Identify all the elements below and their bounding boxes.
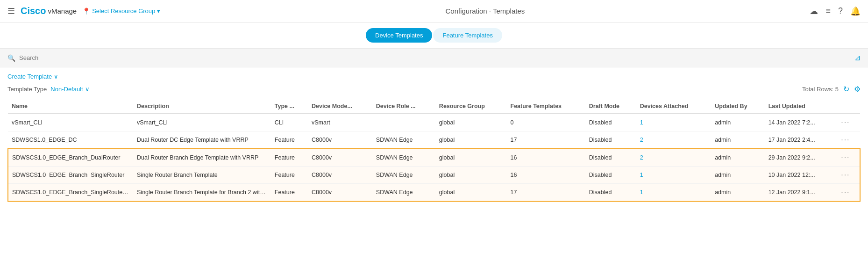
filter-row: Template Type Non-Default ∨ Total Rows: … — [7, 85, 861, 94]
cell-type: Feature — [271, 184, 308, 202]
cell-type: Feature — [271, 149, 308, 167]
cell-device-model: vSmart — [308, 114, 372, 131]
tab-device-templates[interactable]: Device Templates — [366, 28, 432, 43]
col-draft-mode: Draft Mode — [585, 99, 636, 114]
cell-feature-templates: 17 — [507, 184, 585, 202]
cell-name: SDWSCS1.0_EDGE_Branch_SingleRouter_BR2 — [8, 184, 133, 202]
total-rows-label: Total Rows: 5 — [802, 86, 839, 93]
top-nav-left: ☰ Cisco vManage 📍 Select Resource Group … — [7, 6, 160, 16]
col-feature-templates: Feature Templates — [507, 99, 585, 114]
cell-device-role: SDWAN Edge — [372, 184, 435, 202]
cell-resource-group: global — [435, 184, 507, 202]
filter-row-left: Template Type Non-Default ∨ — [7, 86, 90, 93]
table-wrapper: Name Description Type ... Device Mode...… — [7, 99, 861, 202]
cisco-logo: Cisco vManage — [21, 6, 77, 16]
tab-bar: Device Templates Feature Templates — [0, 22, 868, 49]
col-description: Description — [133, 99, 271, 114]
cell-draft-mode: Disabled — [585, 149, 636, 167]
col-devices-attached: Devices Attached — [636, 99, 711, 114]
non-default-arrow: ∨ — [85, 86, 90, 93]
cell-devices-attached[interactable]: 2 — [636, 131, 711, 149]
cell-devices-attached-link[interactable]: 2 — [640, 154, 643, 161]
cell-devices-attached[interactable]: 1 — [636, 167, 711, 184]
table-header-row: Name Description Type ... Device Mode...… — [8, 99, 860, 114]
search-bar: 🔍 ⊿ — [0, 49, 868, 67]
cell-updated-by: admin — [711, 149, 765, 167]
cell-last-updated: 29 Jan 2022 9:2... — [765, 149, 838, 167]
col-device-model: Device Mode... — [308, 99, 372, 114]
non-default-label: Non-Default — [50, 86, 83, 93]
cell-more[interactable]: ··· — [837, 131, 860, 149]
content-area: Create Template ∨ Template Type Non-Defa… — [0, 67, 868, 207]
cell-devices-attached-link[interactable]: 1 — [640, 119, 643, 126]
cell-devices-attached-link[interactable]: 1 — [640, 172, 643, 178]
cell-device-model: C8000v — [308, 184, 372, 202]
vmanage-text: vManage — [48, 7, 77, 15]
cell-device-model: C8000v — [308, 149, 372, 167]
cell-devices-attached[interactable]: 1 — [636, 114, 711, 131]
filter-icon[interactable]: ⊿ — [854, 53, 861, 62]
filter-row-right: Total Rows: 5 ↻ ⚙ — [802, 85, 861, 94]
cloud-icon[interactable]: ☁ — [810, 6, 818, 16]
cell-more[interactable]: ··· — [837, 149, 860, 167]
top-nav: ☰ Cisco vManage 📍 Select Resource Group … — [0, 0, 868, 22]
hamburger-icon[interactable]: ☰ — [7, 6, 15, 16]
table-row: vSmart_CLIvSmart_CLICLIvSmartglobal0Disa… — [8, 114, 860, 131]
menu-icon[interactable]: ≡ — [825, 6, 831, 16]
cell-draft-mode: Disabled — [585, 167, 636, 184]
col-updated-by: Updated By — [711, 99, 765, 114]
table-row: SDWSCS1.0_EDGE_Branch_DualRouterDual Rou… — [8, 149, 860, 167]
cell-feature-templates: 16 — [507, 167, 585, 184]
cell-description: Single Router Branch Template — [133, 167, 271, 184]
create-template-button[interactable]: Create Template ∨ — [7, 73, 58, 80]
cell-device-role: SDWAN Edge — [372, 167, 435, 184]
cell-devices-attached[interactable]: 2 — [636, 149, 711, 167]
col-resource-group: Resource Group — [435, 99, 507, 114]
search-input[interactable] — [19, 54, 854, 61]
cell-name: SDWSCS1.0_EDGE_Branch_DualRouter — [8, 149, 133, 167]
refresh-icon[interactable]: ↻ — [843, 85, 849, 94]
cell-type: Feature — [271, 131, 308, 149]
cell-name: SDWSCS1.0_EDGE_Branch_SingleRouter — [8, 167, 133, 184]
cell-updated-by: admin — [711, 184, 765, 202]
cell-devices-attached[interactable]: 1 — [636, 184, 711, 202]
table-settings-icon[interactable]: ⚙ — [854, 85, 861, 94]
cell-device-role: SDWAN Edge — [372, 131, 435, 149]
cell-last-updated: 10 Jan 2022 12:... — [765, 167, 838, 184]
cisco-text: Cisco — [21, 6, 46, 16]
cell-resource-group: global — [435, 149, 507, 167]
col-device-role: Device Role ... — [372, 99, 435, 114]
cell-devices-attached-link[interactable]: 2 — [640, 137, 643, 143]
cell-more[interactable]: ··· — [837, 114, 860, 131]
cell-updated-by: admin — [711, 114, 765, 131]
tab-feature-templates[interactable]: Feature Templates — [433, 28, 502, 43]
cell-draft-mode: Disabled — [585, 131, 636, 149]
cell-device-model: C8000v — [308, 131, 372, 149]
cell-type: CLI — [271, 114, 308, 131]
cell-name: SDWSCS1.0_EDGE_DC — [8, 131, 133, 149]
cell-more[interactable]: ··· — [837, 184, 860, 202]
resource-group-arrow: ▾ — [157, 7, 160, 15]
create-template-arrow: ∨ — [54, 73, 58, 80]
cell-name: vSmart_CLI — [8, 114, 133, 131]
col-actions — [837, 99, 860, 114]
cell-description: vSmart_CLI — [133, 114, 271, 131]
cell-feature-templates: 17 — [507, 131, 585, 149]
cell-description: Dual Router DC Edge Template with VRRP — [133, 131, 271, 149]
cell-more[interactable]: ··· — [837, 167, 860, 184]
cell-devices-attached-link[interactable]: 1 — [640, 189, 643, 196]
cell-device-role: SDWAN Edge — [372, 149, 435, 167]
cell-type: Feature — [271, 167, 308, 184]
notification-icon[interactable]: 🔔 — [850, 6, 861, 16]
templates-table: Name Description Type ... Device Mode...… — [7, 99, 861, 202]
resource-group-button[interactable]: 📍 Select Resource Group ▾ — [82, 7, 160, 15]
cell-feature-templates: 0 — [507, 114, 585, 131]
non-default-dropdown[interactable]: Non-Default ∨ — [50, 86, 89, 93]
cell-last-updated: 12 Jan 2022 9:1... — [765, 184, 838, 202]
cell-description: Dual Router Branch Edge Template with VR… — [133, 149, 271, 167]
cell-resource-group: global — [435, 131, 507, 149]
table-row: SDWSCS1.0_EDGE_Branch_SingleRouterSingle… — [8, 167, 860, 184]
help-icon[interactable]: ? — [838, 6, 843, 16]
cell-updated-by: admin — [711, 131, 765, 149]
col-last-updated: Last Updated — [765, 99, 838, 114]
